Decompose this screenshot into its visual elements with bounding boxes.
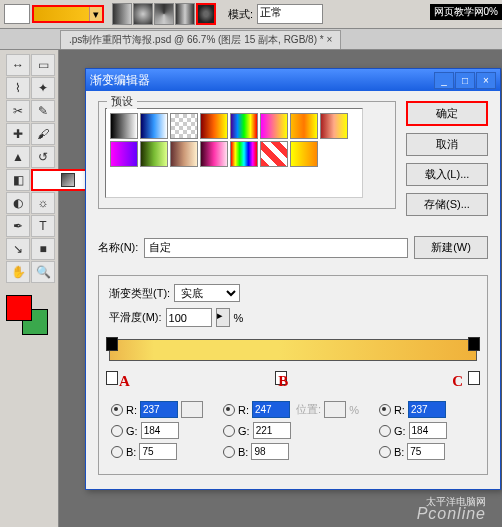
- crop-tool[interactable]: ✂: [6, 100, 30, 122]
- dialog-titlebar[interactable]: 渐变编辑器 _ □ ×: [86, 69, 500, 91]
- mode-select[interactable]: 正常: [257, 4, 323, 24]
- preset-swatch[interactable]: [140, 113, 168, 139]
- brush-tool[interactable]: 🖌: [31, 123, 55, 145]
- angle-gradient-button[interactable]: [154, 3, 174, 25]
- color-stop-a[interactable]: [106, 371, 118, 385]
- preset-legend: 预设: [107, 94, 137, 109]
- preset-swatch[interactable]: [290, 113, 318, 139]
- color-stop-c[interactable]: [468, 371, 480, 385]
- mode-label: 模式:: [228, 7, 253, 22]
- preset-group: 预设: [98, 101, 396, 209]
- gradient-type-label: 渐变类型(T):: [109, 286, 170, 301]
- col-swatch[interactable]: [324, 401, 346, 418]
- document-tabs: .ps制作重阳节海报.psd @ 66.7% (图层 15 副本, RGB/8)…: [0, 29, 502, 50]
- type-tool[interactable]: T: [31, 215, 55, 237]
- gradient-type-buttons: [112, 3, 216, 25]
- b-b[interactable]: [251, 443, 289, 460]
- hand-tool[interactable]: ✋: [6, 261, 30, 283]
- tool-preset[interactable]: [4, 4, 30, 24]
- name-input[interactable]: [144, 238, 408, 258]
- radio-b[interactable]: [223, 446, 235, 458]
- radio-r[interactable]: [111, 404, 123, 416]
- rgb-col-c: R: G: B:: [379, 401, 447, 460]
- preset-swatch[interactable]: [200, 141, 228, 167]
- c-b[interactable]: [407, 443, 445, 460]
- eraser-tool[interactable]: ◧: [6, 169, 30, 191]
- smoothness-stepper[interactable]: ▸: [216, 308, 230, 327]
- preset-swatch[interactable]: [170, 113, 198, 139]
- lasso-tool[interactable]: ⌇: [6, 77, 30, 99]
- b-r[interactable]: [252, 401, 290, 418]
- a-r[interactable]: [140, 401, 178, 418]
- preset-swatch[interactable]: [260, 113, 288, 139]
- pen-tool[interactable]: ✒: [6, 215, 30, 237]
- radio-r[interactable]: [223, 404, 235, 416]
- dodge-tool[interactable]: ☼: [31, 192, 55, 214]
- foreground-color[interactable]: [6, 295, 32, 321]
- heal-tool[interactable]: ✚: [6, 123, 30, 145]
- preset-swatch[interactable]: [110, 141, 138, 167]
- cancel-button[interactable]: 取消: [406, 133, 488, 156]
- radio-r[interactable]: [379, 404, 391, 416]
- preset-swatch[interactable]: [110, 113, 138, 139]
- preset-grid[interactable]: [105, 108, 363, 198]
- rgb-col-a: R: G: B:: [111, 401, 203, 460]
- options-bar: ▾ 模式: 正常 网页教学网0%: [0, 0, 502, 29]
- save-button[interactable]: 存储(S)...: [406, 193, 488, 216]
- preset-swatch[interactable]: [230, 141, 258, 167]
- rgb-col-b: R: 位置:% G: B:: [223, 401, 359, 460]
- gradient-type-select[interactable]: 实底: [174, 284, 240, 302]
- ok-button[interactable]: 确定: [406, 101, 488, 126]
- b-g[interactable]: [253, 422, 291, 439]
- preset-swatch[interactable]: [320, 113, 348, 139]
- gradient-edit-group: 渐变类型(T): 实底 平滑度(M): ▸ % A: [98, 275, 488, 475]
- shape-tool[interactable]: ■: [31, 238, 55, 260]
- preset-swatch[interactable]: [200, 113, 228, 139]
- percent-label: %: [234, 312, 244, 324]
- radio-b[interactable]: [111, 446, 123, 458]
- gradient-bar[interactable]: A B C: [109, 339, 477, 383]
- load-button[interactable]: 载入(L)...: [406, 163, 488, 186]
- minimize-button[interactable]: _: [434, 72, 454, 89]
- radio-g[interactable]: [379, 425, 391, 437]
- radial-gradient-button[interactable]: [133, 3, 153, 25]
- color-swatches[interactable]: [6, 295, 54, 335]
- gradient-picker[interactable]: ▾: [32, 5, 104, 23]
- eyedropper-tool[interactable]: ✎: [31, 100, 55, 122]
- radio-b[interactable]: [379, 446, 391, 458]
- reflected-gradient-button[interactable]: [175, 3, 195, 25]
- maximize-button[interactable]: □: [455, 72, 475, 89]
- preset-swatch[interactable]: [290, 141, 318, 167]
- opacity-stop-left[interactable]: [106, 337, 118, 351]
- smoothness-input[interactable]: [166, 308, 212, 327]
- mark-c: C: [452, 373, 463, 390]
- history-brush-tool[interactable]: ↺: [31, 146, 55, 168]
- a-b[interactable]: [139, 443, 177, 460]
- blur-tool[interactable]: ◐: [6, 192, 30, 214]
- close-button[interactable]: ×: [476, 72, 496, 89]
- preset-swatch[interactable]: [230, 113, 258, 139]
- a-g[interactable]: [141, 422, 179, 439]
- wand-tool[interactable]: ✦: [31, 77, 55, 99]
- opacity-stop-right[interactable]: [468, 337, 480, 351]
- preset-swatch[interactable]: [170, 141, 198, 167]
- zoom-tool[interactable]: 🔍: [31, 261, 55, 283]
- new-button[interactable]: 新建(W): [414, 236, 488, 259]
- move-tool[interactable]: ↔: [6, 54, 30, 76]
- radio-g[interactable]: [111, 425, 123, 437]
- chevron-down-icon[interactable]: ▾: [89, 7, 102, 21]
- c-r[interactable]: [408, 401, 446, 418]
- diamond-gradient-button[interactable]: [196, 3, 216, 25]
- document-tab[interactable]: .ps制作重阳节海报.psd @ 66.7% (图层 15 副本, RGB/8)…: [60, 30, 341, 49]
- stamp-tool[interactable]: ▲: [6, 146, 30, 168]
- radio-g[interactable]: [223, 425, 235, 437]
- preset-swatch[interactable]: [260, 141, 288, 167]
- linear-gradient-button[interactable]: [112, 3, 132, 25]
- marquee-tool[interactable]: ▭: [31, 54, 55, 76]
- preset-swatch[interactable]: [140, 141, 168, 167]
- name-label: 名称(N):: [98, 240, 138, 255]
- c-g[interactable]: [409, 422, 447, 439]
- col-swatch[interactable]: [181, 401, 203, 418]
- path-select-tool[interactable]: ↘: [6, 238, 30, 260]
- watermark-brand: Pconline: [417, 505, 486, 523]
